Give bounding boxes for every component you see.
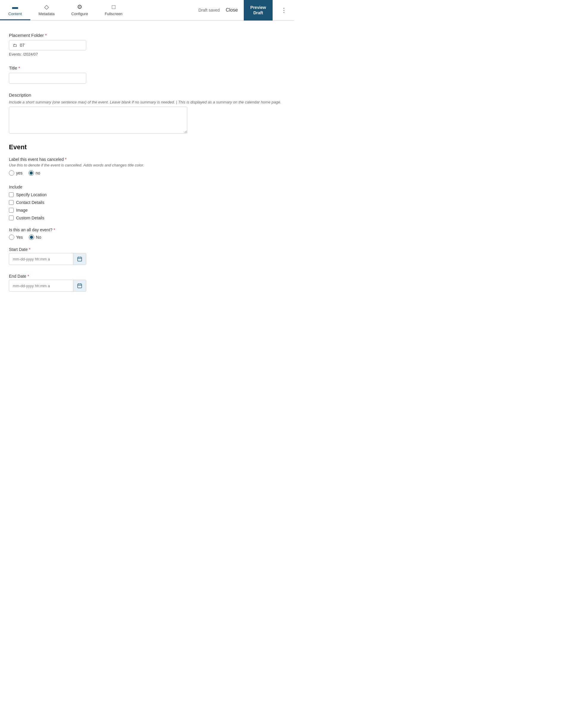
include-label: Include (9, 185, 285, 189)
title-group: Title* (9, 65, 285, 84)
metadata-icon: ◇ (44, 3, 49, 11)
description-textarea[interactable] (9, 107, 187, 133)
start-date-input-wrapper (9, 253, 86, 265)
all-day-no-option[interactable]: No (29, 234, 41, 240)
nav-actions: Draft saved Close PreviewDraft ⋮ (194, 0, 294, 20)
custom-details-label: Custom Details (16, 215, 44, 220)
cancelled-radio-group: yes no (9, 170, 285, 176)
svg-rect-4 (78, 284, 82, 288)
custom-details-checkbox[interactable] (9, 215, 14, 220)
image-option[interactable]: Image (9, 208, 285, 212)
calendar-icon (77, 256, 82, 262)
cancelled-yes-option[interactable]: yes (9, 170, 23, 176)
more-options-button[interactable]: ⋮ (278, 6, 289, 14)
top-nav: ▬ Content ◇ Metadata ⚙ Configure □ Fulls… (0, 0, 294, 21)
cancelled-no-option[interactable]: no (28, 170, 40, 176)
contact-details-checkbox[interactable] (9, 200, 14, 205)
tab-content-label: Content (8, 12, 22, 16)
contact-details-option[interactable]: Contact Details (9, 200, 285, 205)
specify-location-option[interactable]: Specify Location (9, 192, 285, 197)
tab-metadata-label: Metadata (39, 12, 55, 16)
calendar-icon (77, 283, 82, 288)
start-date-required-star: * (29, 247, 30, 252)
custom-details-option[interactable]: Custom Details (9, 215, 285, 220)
all-day-radio-group: Yes No (9, 234, 285, 240)
cancelled-no-radio[interactable] (28, 170, 34, 176)
main-content: Placement Folder* 🗀 07 Events: /2024/07 … (0, 21, 294, 312)
specify-location-checkbox[interactable] (9, 192, 14, 197)
title-label: Title* (9, 65, 285, 70)
folder-name: 07 (20, 43, 25, 47)
all-day-yes-radio[interactable] (9, 234, 14, 240)
configure-icon: ⚙ (77, 3, 82, 11)
fullscreen-icon: □ (112, 4, 115, 11)
tab-fullscreen-label: Fullscreen (105, 12, 123, 16)
description-group: Description Include a short summary (one… (9, 92, 285, 134)
close-button[interactable]: Close (226, 7, 238, 13)
title-input[interactable] (9, 73, 86, 84)
start-date-group: Start Date* (9, 247, 285, 265)
image-checkbox[interactable] (9, 208, 14, 212)
end-date-input-wrapper (9, 280, 86, 292)
folder-icon: 🗀 (13, 43, 17, 47)
description-hint: Include a short summary (one sentence ma… (9, 100, 285, 104)
preview-draft-button[interactable]: PreviewDraft (244, 0, 273, 21)
folder-path: Events: /2024/07 (9, 52, 285, 57)
end-date-required-star: * (27, 274, 29, 278)
include-checkbox-group: Specify Location Contact Details Image C… (9, 192, 285, 220)
description-label: Description (9, 92, 285, 98)
required-star: * (45, 33, 47, 38)
placement-folder-group: Placement Folder* 🗀 07 Events: /2024/07 (9, 33, 285, 57)
event-section-heading: Event (9, 143, 285, 151)
all-day-label: Is this an all day event?* (9, 227, 285, 232)
all-day-required-star: * (54, 227, 55, 232)
title-required-star: * (18, 65, 20, 70)
end-date-input[interactable] (9, 281, 73, 291)
all-day-yes-option[interactable]: Yes (9, 234, 23, 240)
cancelled-yes-radio[interactable] (9, 170, 14, 176)
all-day-no-label: No (36, 235, 41, 240)
cancelled-hint: Use this to denote if the event is cance… (9, 163, 285, 167)
placement-folder-label: Placement Folder* (9, 33, 285, 38)
placement-folder-input[interactable]: 🗀 07 (9, 40, 86, 50)
specify-location-label: Specify Location (16, 192, 47, 197)
content-icon: ▬ (12, 4, 18, 11)
include-section: Include Specify Location Contact Details… (9, 185, 285, 220)
cancelled-label: Label this event has canceled* (9, 157, 285, 162)
cancelled-required-star: * (65, 157, 66, 162)
tab-configure[interactable]: ⚙ Configure (63, 0, 96, 20)
cancelled-yes-label: yes (16, 171, 23, 175)
svg-rect-0 (78, 257, 82, 261)
all-day-no-radio[interactable] (29, 234, 34, 240)
cancelled-group: Label this event has canceled* Use this … (9, 157, 285, 176)
image-label: Image (16, 208, 28, 212)
end-date-calendar-button[interactable] (73, 280, 86, 291)
cancelled-no-label: no (36, 171, 40, 175)
start-date-calendar-button[interactable] (73, 253, 86, 265)
end-date-group: End Date* (9, 274, 285, 292)
all-day-group: Is this an all day event?* Yes No (9, 227, 285, 240)
contact-details-label: Contact Details (16, 200, 44, 205)
tab-content[interactable]: ▬ Content (0, 0, 30, 20)
start-date-input[interactable] (9, 254, 73, 264)
start-date-label: Start Date* (9, 247, 285, 252)
tab-metadata[interactable]: ◇ Metadata (30, 0, 63, 20)
all-day-yes-label: Yes (16, 235, 23, 240)
tab-configure-label: Configure (71, 12, 88, 16)
event-section: Event Label this event has canceled* Use… (9, 143, 285, 292)
tab-fullscreen[interactable]: □ Fullscreen (96, 0, 131, 20)
end-date-label: End Date* (9, 274, 285, 278)
draft-saved-text: Draft saved (198, 8, 220, 13)
